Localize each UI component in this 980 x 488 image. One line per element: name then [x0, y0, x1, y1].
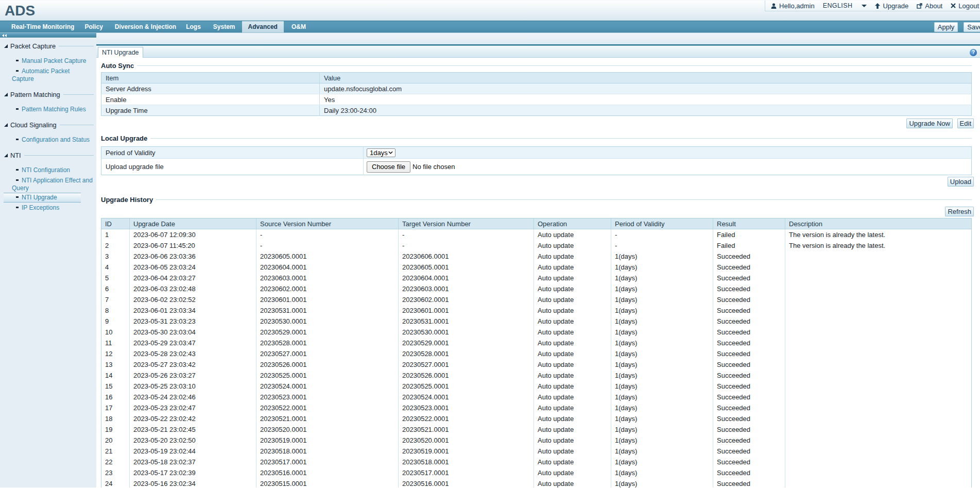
history-cell [785, 316, 972, 327]
nav-item-policy[interactable]: Policy [84, 21, 102, 32]
nav-item-system[interactable]: System [213, 21, 235, 32]
upgrade-menu-item[interactable]: Upgrade [875, 2, 908, 10]
sidebar-section-header[interactable]: Packet Capture [0, 42, 96, 50]
history-cell: Failed [713, 240, 785, 251]
section-divider-line [59, 46, 94, 46]
history-cell: Succeeded [713, 305, 785, 316]
nav-item-o-m[interactable]: O&M [291, 21, 306, 32]
history-cell: 20230528.0001 [399, 348, 534, 359]
history-cell: - [611, 229, 713, 240]
nav-item-diversion-injection[interactable]: Diversion & Injection [115, 21, 176, 32]
history-cell: 1 [101, 229, 130, 240]
history-cell: 2 [101, 240, 130, 251]
history-cell [785, 402, 972, 413]
history-cell [785, 327, 972, 338]
history-cell: 20230521.0001 [399, 424, 534, 435]
sidebar-section-pattern-matching: Pattern MatchingPattern Matching Rules [0, 91, 96, 113]
collapse-left-icon [5, 34, 7, 37]
history-cell: 20230602.0001 [399, 294, 534, 305]
history-cell: Auto update [534, 478, 611, 488]
history-cell: Succeeded [713, 251, 785, 262]
history-cell: - [256, 229, 399, 240]
history-cell: 20230524.0001 [399, 392, 534, 402]
sidebar-section-header[interactable]: Pattern Matching [0, 91, 96, 98]
history-cell: 7 [101, 294, 130, 305]
save-button[interactable]: Save [964, 22, 980, 32]
nav-item-advanced[interactable]: Advanced [242, 21, 284, 32]
edit-button[interactable]: Edit [957, 119, 974, 128]
history-cell: 2023-05-16 23:02:34 [130, 478, 256, 488]
nav-item-real-time-monitoring[interactable]: Real-Time Monitoring [11, 21, 74, 32]
history-cell: Auto update [534, 446, 611, 457]
sidebar-item-manual-packet-capture[interactable]: Manual Packet Capture [4, 57, 93, 65]
sidebar-item-pattern-matching-rules[interactable]: Pattern Matching Rules [4, 106, 93, 113]
history-cell: Succeeded [713, 435, 785, 446]
history-cell: 2023-05-20 23:02:50 [130, 435, 256, 446]
history-col-upgrade-date: Upgrade Date [130, 218, 256, 229]
sidebar-item-configuration-and-status[interactable]: Configuration and Status [4, 136, 93, 144]
sidebar-section-label: Packet Capture [10, 42, 56, 50]
history-cell: Succeeded [713, 283, 785, 294]
logout-menu-item[interactable]: Logout [951, 2, 979, 10]
history-cell: 16 [101, 392, 130, 402]
content-area: NTI Upgrade ? Auto Sync Item Value Serve… [96, 33, 980, 487]
local-upgrade-section-title: Local Upgrade [101, 134, 972, 142]
language-selector[interactable]: ENGLISH [823, 2, 867, 9]
upgrade-now-button[interactable]: Upgrade Now [906, 119, 953, 128]
history-cell [785, 359, 972, 370]
history-cell: 10 [101, 327, 130, 338]
chevron-down-icon [862, 5, 867, 7]
nav-item-logs[interactable]: Logs [186, 21, 201, 32]
about-menu-item[interactable]: About [917, 2, 942, 10]
history-cell: 20230604.0001 [399, 273, 534, 283]
nav-items: Real-Time MonitoringPolicyDiversion & In… [0, 21, 980, 32]
history-cell: 18 [101, 413, 130, 424]
history-cell: 1(days) [611, 370, 713, 381]
period-of-validity-select[interactable]: 1days [367, 148, 396, 157]
history-cell: 20230525.0001 [256, 370, 399, 381]
history-cell: 20230525.0001 [399, 381, 534, 392]
history-row: 202023-05-20 23:02:5020230519.0001202305… [101, 435, 972, 446]
auto-sync-actions: Upgrade Now Edit [101, 119, 974, 128]
refresh-button[interactable]: Refresh [945, 207, 974, 216]
history-row: 42023-06-05 23:03:2420230604.00012023060… [101, 262, 972, 273]
history-cell: - [256, 240, 399, 251]
user-icon [771, 3, 777, 9]
sidebar-collapse-bar[interactable] [0, 33, 96, 38]
bullet-icon [16, 108, 19, 110]
sidebar-item-nti-configuration[interactable]: NTI Configuration [4, 166, 93, 174]
help-icon[interactable]: ? [970, 49, 977, 56]
history-cell: 20230529.0001 [256, 327, 399, 338]
history-cell [785, 294, 972, 305]
history-row: 102023-05-30 23:03:0420230529.0001202305… [101, 327, 972, 338]
sidebar-item-automatic-packet-capture[interactable]: Automatic Packet Capture [4, 68, 76, 83]
history-cell: Auto update [534, 370, 611, 381]
history-cell: - [399, 240, 534, 251]
sidebar-section-label: NTI [10, 152, 21, 159]
history-cell: 6 [101, 283, 130, 294]
choose-file-button[interactable]: Choose file [367, 161, 410, 173]
history-cell: Auto update [534, 413, 611, 424]
history-cell: 1(days) [611, 305, 713, 316]
history-col-result: Result [713, 218, 785, 229]
sidebar-item-nti-application-effect-and-query[interactable]: NTI Application Effect and Query [4, 177, 95, 192]
history-cell: Succeeded [713, 273, 785, 283]
sidebar-item-nti-upgrade[interactable]: NTI Upgrade [4, 193, 81, 203]
sidebar-section-header[interactable]: NTI [0, 152, 96, 159]
history-cell: 20230519.0001 [399, 446, 534, 457]
history-cell: Succeeded [713, 381, 785, 392]
upload-button[interactable]: Upload [948, 177, 974, 187]
sidebar-item-ip-exceptions[interactable]: IP Exceptions [4, 204, 93, 212]
sidebar-section-header[interactable]: Cloud Signaling [0, 121, 96, 129]
history-cell: Succeeded [713, 392, 785, 402]
history-cell: 20230523.0001 [256, 392, 399, 402]
history-cell: 20230527.0001 [256, 348, 399, 359]
history-cell: Auto update [534, 305, 611, 316]
user-greeting[interactable]: Hello,admin [771, 2, 815, 10]
tab-nti-upgrade[interactable]: NTI Upgrade [98, 47, 143, 58]
section-divider-line [60, 125, 94, 125]
history-row: 172023-05-23 23:02:4720230522.0001202305… [101, 402, 972, 413]
apply-button[interactable]: Apply [934, 22, 958, 32]
history-cell: 1(days) [611, 348, 713, 359]
history-cell [785, 251, 972, 262]
